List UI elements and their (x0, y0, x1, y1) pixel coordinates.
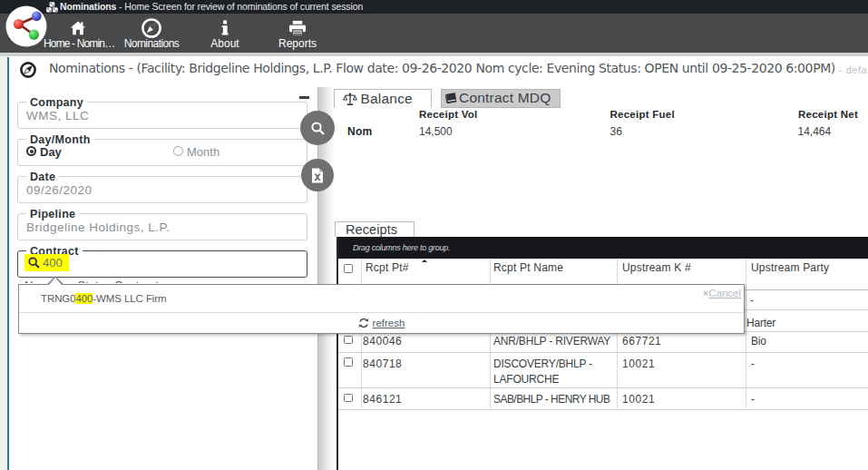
column-divider (617, 388, 618, 410)
header-underline (0, 83, 868, 83)
row4-upstream-party: - (751, 357, 755, 370)
window-title-app: Nominations (60, 1, 116, 12)
match-highlight: 400 (75, 293, 93, 304)
refresh-icon (358, 318, 369, 328)
balance-receipt-net-value: 14,464 (798, 125, 832, 138)
balance-col-receipt-vol: Receipt Vol (419, 109, 478, 120)
contract-search-value[interactable]: 400 (43, 256, 63, 269)
row5-rcpt-pt-name: SAB/BHLP - HENRY HUB (493, 393, 610, 406)
row5-upstream-party: - (751, 393, 755, 406)
row3-rcpt-pt-name: ANR/BHLP - RIVERWAY (493, 335, 610, 348)
balance-col-receipt-fuel: Receipt Fuel (610, 109, 675, 120)
select-all-checkbox[interactable] (344, 264, 353, 273)
sort-ascending-icon (422, 259, 427, 262)
day-month-field: Day/Month Day Month (17, 139, 307, 166)
collapse-panel-button[interactable] (299, 96, 309, 99)
row4-upstream-k: 10021 (622, 357, 655, 370)
balance-receipt-fuel-value: 36 (610, 125, 622, 138)
page-title: Nominations - (Facility: Bridgeline Hold… (49, 61, 835, 75)
column-divider (746, 388, 746, 410)
book-icon (444, 93, 457, 104)
day-radio-label[interactable]: Day (40, 145, 62, 159)
dropdown-caret-inner (49, 278, 62, 285)
balance-row-label: Nom (347, 125, 373, 138)
search-fab-button[interactable] (300, 111, 335, 145)
company-label: Company (26, 96, 87, 109)
day-radio[interactable] (26, 146, 36, 156)
page-title-suffix: - defaul (839, 64, 868, 75)
column-divider (361, 388, 362, 410)
company-value: WMS, LLC (26, 109, 89, 122)
row3-checkbox[interactable] (344, 336, 353, 345)
company-field[interactable]: Company WMS, LLC (17, 102, 307, 129)
nav-item-reports[interactable]: Reports (272, 14, 323, 53)
grid-col-upstream-party[interactable]: Upstream Party (751, 259, 829, 277)
refresh-label: refresh (373, 318, 405, 328)
day-month-label: Day/Month (26, 133, 94, 146)
export-file-icon (311, 168, 324, 183)
date-label: Date (26, 171, 59, 183)
row4-rcpt-pt: 840718 (363, 357, 402, 370)
balance-scale-icon (343, 93, 357, 105)
month-radio[interactable] (173, 146, 183, 156)
row5-upstream-k: 10021 (622, 393, 655, 406)
grid-group-hint: Drag columns here to group. (353, 243, 450, 252)
nav-item-about-label: About (200, 37, 250, 50)
balance-receipt-vol-value: 14,500 (419, 125, 453, 138)
nav-item-home-label: Home - Nomin… (44, 37, 112, 50)
column-divider (361, 353, 362, 388)
info-icon (221, 20, 229, 35)
date-field[interactable]: Date 09/26/2020 (17, 176, 307, 203)
grid-col-rcpt-pt-name[interactable]: Rcpt Pt Name (493, 259, 563, 277)
row4-rcpt-pt-name-line2: LAFOURCHE (493, 373, 559, 386)
contract-suggestions-dropdown: ×Cancel TRNG0400-WMS LLC Firm refresh (18, 284, 745, 334)
nav-item-nominations-label: Nominations (122, 37, 181, 50)
pipeline-value: Bridgeline Holdings, L.P. (26, 220, 171, 234)
window-title-bar: Nominations - Home Screen for review of … (0, 0, 868, 14)
export-fab-button[interactable] (301, 159, 334, 191)
row4-rcpt-pt-name-line1: DISCOVERY/BHLP - (493, 357, 592, 370)
tab-balance[interactable]: Balance (334, 89, 433, 108)
column-divider (617, 353, 618, 388)
grid-group-drop-zone[interactable]: Drag columns here to group. (336, 237, 868, 259)
nav-item-home[interactable]: Home - Nomin… (44, 14, 112, 53)
grid-row-3[interactable]: 840046 ANR/BHLP - RIVERWAY 667721 Bio (338, 332, 868, 354)
nav-item-reports-label: Reports (272, 37, 323, 50)
grid-col-upstream-k[interactable]: Upstream K # (622, 259, 691, 277)
row4-checkbox[interactable] (344, 357, 353, 367)
app-logo[interactable] (5, 5, 47, 47)
contract-field[interactable]: Contract 400 (17, 250, 307, 278)
column-divider (746, 259, 746, 290)
column-divider (746, 310, 746, 332)
day-month-radio-row: Day Month (26, 145, 298, 160)
row5-rcpt-pt: 846121 (363, 393, 402, 406)
row5-checkbox[interactable] (344, 394, 353, 403)
dropdown-refresh-link[interactable]: refresh (19, 313, 744, 332)
search-icon (28, 257, 40, 269)
column-divider (746, 332, 746, 354)
row2-upstream-party: Harter (746, 317, 775, 329)
tab-balance-label: Balance (361, 91, 413, 107)
left-gutter (0, 56, 7, 470)
balance-col-receipt-net: Receipt Net (798, 109, 858, 120)
row3-upstream-party: Bio (751, 335, 766, 348)
grid-col-rcpt-pt[interactable]: Rcpt Pt# (366, 259, 409, 277)
dropdown-cancel-link[interactable]: ×Cancel (703, 288, 741, 299)
nav-item-about[interactable]: About (200, 14, 250, 53)
grid-row-4[interactable]: 840718 DISCOVERY/BHLP - LAFOURCHE 10021 … (338, 353, 868, 388)
tab-receipts[interactable]: Receipts (335, 221, 414, 238)
home-icon (71, 21, 86, 35)
page-compass-icon (20, 62, 36, 78)
left-accent-line (7, 57, 9, 470)
compass-icon (141, 18, 161, 38)
contract-search-highlight: 400 (24, 254, 69, 271)
column-divider (490, 332, 491, 354)
grid-row-5[interactable]: 846121 SAB/BHLP - HENRY HUB 10021 - (338, 388, 868, 410)
column-divider (746, 353, 746, 388)
contract-suggestion-item[interactable]: TRNG0400-WMS LLC Firm (41, 293, 166, 304)
month-radio-label[interactable]: Month (187, 145, 219, 159)
window-title-subtitle: - Home Screen for review of nominations … (119, 1, 363, 12)
pipeline-field[interactable]: Pipeline Bridgeline Holdings, L.P. (17, 213, 307, 240)
nav-item-nominations[interactable]: Nominations (122, 14, 181, 53)
tab-contract-mdq[interactable]: Contract MDQ (441, 89, 561, 108)
